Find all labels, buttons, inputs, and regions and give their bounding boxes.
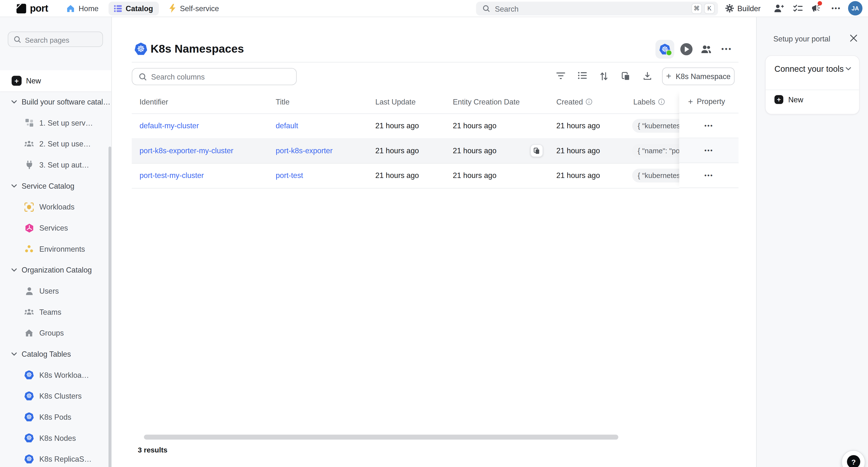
entity-creation-date-value: 21 hours ago — [453, 138, 497, 163]
table-row[interactable]: port-test-my-cluster port-test 21 hours … — [132, 163, 739, 189]
divider — [766, 90, 859, 90]
labels-chip[interactable]: { "kubernetes — [632, 169, 685, 182]
copy-icon[interactable] — [621, 72, 630, 80]
plus-icon: + — [12, 76, 22, 86]
col-header-entity-creation-date: Entity Creation Date — [453, 90, 520, 113]
search-columns[interactable] — [132, 68, 297, 85]
sidebar-item-environments[interactable]: Environments — [0, 238, 111, 260]
panel-title: Setup your portal — [773, 35, 830, 43]
global-search[interactable]: ⌘ K — [476, 1, 718, 15]
panel-new-button[interactable]: + New — [775, 95, 803, 104]
connect-tools-dropdown[interactable]: Connect your tools — [775, 64, 844, 74]
nav-more-icon[interactable]: ••• — [831, 4, 841, 12]
sidebar-item-users[interactable]: Users — [0, 280, 111, 301]
download-icon[interactable] — [642, 72, 652, 80]
sidebar-search[interactable] — [8, 32, 103, 47]
port-logo[interactable]: port — [16, 2, 48, 14]
avatar[interactable]: JA — [848, 1, 862, 15]
copy-icon — [534, 147, 540, 154]
sidebar-item-k8s-replicasets[interactable]: ☸ K8s ReplicaS… — [0, 448, 111, 467]
sidebar-item-k8s-workloads[interactable]: ☸ K8s Workloa… — [0, 364, 111, 386]
builder-button[interactable]: Builder — [725, 0, 761, 16]
row-actions: ••• — [679, 113, 738, 138]
sidebar-scrollbar[interactable] — [108, 146, 111, 467]
invite-user-icon[interactable] — [774, 4, 784, 12]
sidebar-item-k8s-pods[interactable]: ☸ K8s Pods — [0, 406, 111, 428]
kubernetes-icon: ☸ — [134, 43, 147, 55]
row-menu-icon[interactable]: ••• — [704, 147, 713, 154]
table-row[interactable]: default-my-cluster default 21 hours ago … — [132, 113, 739, 139]
sidebar-section-service-catalog[interactable]: Service Catalog — [0, 175, 111, 196]
title-link[interactable]: default — [276, 113, 298, 138]
sidebar-section-build-catalog[interactable]: Build your software catal… — [0, 91, 111, 112]
tab-self-service[interactable]: Self-service — [163, 1, 224, 15]
info-icon — [586, 98, 592, 105]
sidebar-item-workloads[interactable]: Workloads — [0, 196, 111, 218]
identifier-link[interactable]: default-my-cluster — [140, 113, 199, 138]
identifier-link[interactable]: port-k8s-exporter-my-cluster — [140, 138, 234, 163]
sidebar-item-services[interactable]: Services — [0, 217, 111, 238]
sidebar: + New Build your software catal… 1. Set … — [0, 16, 112, 467]
sidebar-item-setup-automations[interactable]: 3. Set up aut… — [0, 154, 111, 175]
house-icon — [24, 329, 34, 337]
sidebar-item-groups[interactable]: Groups — [0, 323, 111, 343]
results-count: 3 results — [138, 446, 167, 454]
lightning-icon — [169, 4, 176, 12]
add-k8s-namespace-button[interactable]: + K8s Namespace — [662, 67, 735, 85]
kubernetes-icon: ☸ — [24, 391, 34, 401]
add-property-button[interactable]: + Property — [679, 90, 738, 113]
chevron-down-icon — [11, 352, 17, 356]
app: port Home Catalog Self-service ⌘ K — [0, 0, 868, 467]
group-by-icon[interactable] — [578, 72, 587, 79]
tab-home[interactable]: Home — [61, 1, 104, 15]
people-button[interactable] — [701, 45, 712, 54]
global-search-input[interactable] — [494, 1, 651, 16]
kubernetes-status-button[interactable]: ☸ — [655, 40, 674, 59]
last-update-value: 21 hours ago — [375, 138, 419, 163]
col-header-labels: Labels — [633, 90, 665, 113]
sidebar-item-teams[interactable]: Teams — [0, 301, 111, 323]
col-header-created: Created — [556, 90, 592, 113]
cmd-keycap: ⌘ — [691, 3, 702, 13]
row-actions: ••• — [679, 163, 738, 188]
search-icon — [483, 5, 490, 12]
sidebar-item-setup-service[interactable]: 1. Set up serv… — [0, 112, 111, 133]
table-header-row: Identifier Title Last Update Entity Crea… — [132, 90, 739, 114]
tab-catalog[interactable]: Catalog — [108, 1, 158, 15]
sidebar-new-button[interactable]: + New — [0, 70, 111, 91]
table-row[interactable]: port-k8s-exporter-my-cluster port-k8s-ex… — [132, 138, 739, 164]
copy-cell-button[interactable] — [530, 144, 543, 157]
checklist-icon[interactable] — [793, 4, 803, 12]
plug-icon — [24, 160, 34, 169]
chevron-down-icon[interactable] — [845, 67, 851, 71]
sidebar-section-organization-catalog[interactable]: Organization Catalog — [0, 260, 111, 280]
created-value: 21 hours ago — [556, 113, 600, 138]
kubernetes-icon: ☸ — [24, 433, 34, 443]
plus-icon: + — [666, 71, 671, 81]
home-icon — [66, 4, 75, 12]
horizontal-scrollbar[interactable] — [144, 435, 618, 440]
filter-icon[interactable] — [556, 72, 566, 79]
row-menu-icon[interactable]: ••• — [704, 122, 713, 129]
title-link[interactable]: port-test — [276, 163, 303, 188]
labels-chip[interactable]: { "name": "por — [632, 144, 685, 158]
sort-icon[interactable] — [599, 72, 609, 80]
close-icon[interactable] — [850, 34, 858, 42]
page-more-icon[interactable]: ••• — [721, 45, 732, 53]
sidebar-section-catalog-tables[interactable]: Catalog Tables — [0, 343, 111, 364]
play-button[interactable] — [680, 43, 692, 55]
setup-portal-panel: Setup your portal Connect your tools + N… — [756, 16, 868, 467]
sidebar-item-k8s-clusters[interactable]: ☸ K8s Clusters — [0, 386, 111, 407]
identifier-link[interactable]: port-test-my-cluster — [140, 163, 204, 188]
title-link[interactable]: port-k8s-exporter — [276, 138, 333, 163]
labels-chip[interactable]: { "kubernetes — [632, 119, 685, 133]
sidebar-item-setup-users[interactable]: 2. Set up use… — [0, 133, 111, 155]
created-value: 21 hours ago — [556, 138, 600, 163]
divider — [132, 62, 739, 62]
row-menu-icon[interactable]: ••• — [704, 172, 713, 178]
sidebar-tree: Build your software catal… 1. Set up ser… — [0, 91, 111, 467]
sidebar-item-k8s-nodes[interactable]: ☸ K8s Nodes — [0, 428, 111, 448]
search-columns-input[interactable] — [150, 69, 290, 86]
sidebar-search-input[interactable] — [24, 32, 98, 47]
port-logo-icon — [16, 2, 27, 14]
